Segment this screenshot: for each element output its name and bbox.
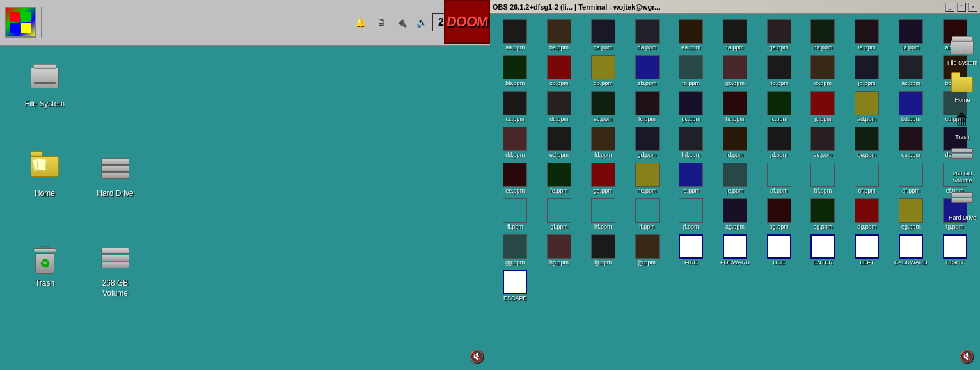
sidebar-volume[interactable]: 268 GBVolume xyxy=(947,144,977,184)
file-label: cb.ppm xyxy=(549,81,569,87)
file-item-bfppm[interactable]: bf.ppm xyxy=(802,161,844,196)
file-item-ENTER[interactable]: ENTER xyxy=(802,233,844,268)
volume-tray-icon[interactable]: 🔊 xyxy=(415,15,430,30)
desktop-icon-harddrive[interactable]: Hard Drive xyxy=(83,149,147,238)
file-item-dfppm[interactable]: df.ppm xyxy=(890,161,933,196)
file-item-edppm[interactable]: ed.ppm xyxy=(538,125,581,160)
window-titlebar: OBS 26.1.2+dfsg1-2 (li... | Terminal - w… xyxy=(490,0,980,14)
file-item-gfppm[interactable]: gf.ppm xyxy=(538,197,581,232)
file-item-dbppm[interactable]: db.ppm xyxy=(581,54,624,88)
file-item-hfppm[interactable]: hf.ppm xyxy=(581,197,624,232)
file-item-icppm[interactable]: ic.ppm xyxy=(757,90,800,124)
file-item-gdppm[interactable]: gd.ppm xyxy=(626,125,668,160)
file-item-eeppm[interactable]: ee.ppm xyxy=(494,161,537,196)
file-item-ecppm[interactable]: ec.ppm xyxy=(581,90,624,124)
file-item-ceppm[interactable]: ce.ppm xyxy=(890,125,933,160)
file-item-acppm[interactable]: ac.ppm xyxy=(890,54,933,88)
file-item-hbppm[interactable]: hb.ppm xyxy=(757,54,800,88)
file-label: df.ppm xyxy=(902,188,920,195)
file-item-cfppm[interactable]: cf.ppm xyxy=(846,161,889,196)
file-item-eappm[interactable]: ea.ppm xyxy=(670,18,713,52)
file-item-jfppm[interactable]: jf.ppm xyxy=(670,197,713,232)
file-item-gappm[interactable]: ga.ppm xyxy=(757,18,800,52)
file-item-geppm[interactable]: ge.ppm xyxy=(581,161,624,196)
file-item-bgppm[interactable]: bg.ppm xyxy=(757,197,800,232)
start-button[interactable] xyxy=(5,7,36,38)
file-item-gcppm[interactable]: gc.ppm xyxy=(670,90,713,124)
file-item-iappm[interactable]: ia.ppm xyxy=(846,18,889,52)
file-item-FORWARD[interactable]: FORWARD xyxy=(714,233,757,268)
file-item-aeppm[interactable]: ae.ppm xyxy=(802,125,844,160)
file-item-FIRE[interactable]: FIRE xyxy=(670,233,713,268)
file-item-hdppm[interactable]: hd.ppm xyxy=(670,125,713,160)
file-item-ieppm[interactable]: ie.ppm xyxy=(670,161,713,196)
close-button[interactable]: × xyxy=(968,3,977,12)
mute-icon-left[interactable]: 🔇 xyxy=(470,350,484,364)
file-item-bappm[interactable]: ba.ppm xyxy=(538,18,581,52)
display-icon[interactable]: 🖥 xyxy=(374,15,389,30)
network-icon[interactable]: 🔌 xyxy=(394,15,409,30)
sidebar-harddrive[interactable]: Hard Drive xyxy=(947,188,977,221)
doom-thumbnail[interactable]: DOOM xyxy=(444,0,490,44)
file-item-LEFT[interactable]: LEFT xyxy=(846,233,889,268)
file-item-aappm[interactable]: aa.ppm xyxy=(494,18,537,52)
file-item-ffppm[interactable]: ff.ppm xyxy=(494,197,537,232)
file-item-jcppm[interactable]: jc.ppm xyxy=(802,90,844,124)
minimize-button[interactable]: _ xyxy=(945,3,954,12)
file-item-RIGHT[interactable]: RIGHT xyxy=(933,233,976,268)
file-item-ESCAPE[interactable]: ESCAPE xyxy=(494,269,537,303)
file-item-jbppm[interactable]: jb.ppm xyxy=(846,54,889,88)
file-item-egppm[interactable]: eg.ppm xyxy=(890,197,933,232)
file-item-hgppm[interactable]: hg.ppm xyxy=(538,233,581,268)
file-item-hcppm[interactable]: hc.ppm xyxy=(714,90,757,124)
mute-icon-right[interactable]: 🔇 xyxy=(960,350,974,364)
file-item-jeppm[interactable]: je.ppm xyxy=(714,161,757,196)
sidebar-trash[interactable]: 🗑 Trash xyxy=(947,108,977,141)
file-item-ibppm[interactable]: ib.ppm xyxy=(802,54,844,88)
file-item-cbppm[interactable]: cb.ppm xyxy=(538,54,581,88)
file-item-dgppm[interactable]: dg.ppm xyxy=(846,197,889,232)
file-item-idppm[interactable]: id.ppm xyxy=(714,125,757,160)
file-item-jappm[interactable]: ja.ppm xyxy=(890,18,933,52)
file-item-adppm[interactable]: ad.ppm xyxy=(846,90,889,124)
file-item-jgppm[interactable]: jg.ppm xyxy=(626,233,668,268)
file-item-afppm[interactable]: af.ppm xyxy=(757,161,800,196)
file-item-bbppm[interactable]: bb.ppm xyxy=(494,54,537,88)
desktop-icon-volume[interactable]: 268 GBVolume xyxy=(83,238,147,328)
file-item-BACKWARD[interactable]: BACKWARD xyxy=(890,233,933,268)
file-item-fcppm[interactable]: fc.ppm xyxy=(626,90,668,124)
file-label: hg.ppm xyxy=(549,260,569,266)
file-item-ifppm[interactable]: if.ppm xyxy=(626,197,668,232)
file-label: ee.ppm xyxy=(505,188,525,195)
file-item-igppm[interactable]: ig.ppm xyxy=(581,233,624,268)
sidebar-filesystem[interactable]: File System xyxy=(947,33,977,67)
file-item-gbppm[interactable]: gb.ppm xyxy=(714,54,757,88)
file-item-happm[interactable]: ha.ppm xyxy=(802,18,844,52)
file-item-USE[interactable]: USE xyxy=(757,233,800,268)
file-item-heppm[interactable]: he.ppm xyxy=(626,161,668,196)
file-item-ccppm[interactable]: cc.ppm xyxy=(494,90,537,124)
sidebar-home[interactable]: Home xyxy=(947,70,977,104)
file-item-ddppm[interactable]: dd.ppm xyxy=(494,125,537,160)
desktop-icon-filesystem[interactable]: File System xyxy=(13,59,77,149)
bell-icon[interactable]: 🔔 xyxy=(353,15,368,30)
file-item-fbppm[interactable]: fb.ppm xyxy=(670,54,713,88)
file-item-feppm[interactable]: fe.ppm xyxy=(538,161,581,196)
file-item-beppm[interactable]: be.ppm xyxy=(846,125,889,160)
file-item-cgppm[interactable]: cg.ppm xyxy=(802,197,844,232)
desktop-icon-trash[interactable]: ♻ Trash xyxy=(13,238,77,328)
desktop-icon-home[interactable]: Home xyxy=(13,149,77,238)
file-item-fappm[interactable]: fa.ppm xyxy=(714,18,757,52)
file-item-ebppm[interactable]: eb.ppm xyxy=(626,54,668,88)
file-label: FORWARD xyxy=(720,260,750,266)
file-item-agppm[interactable]: ag.ppm xyxy=(714,197,757,232)
file-item-dappm[interactable]: da.ppm xyxy=(626,18,668,52)
file-label: jb.ppm xyxy=(858,81,876,87)
maximize-button[interactable]: □ xyxy=(957,3,966,12)
file-item-fdppm[interactable]: fd.ppm xyxy=(581,125,624,160)
file-item-dcppm[interactable]: dc.ppm xyxy=(538,90,581,124)
file-item-bdppm[interactable]: bd.ppm xyxy=(890,90,933,124)
file-item-jdppm[interactable]: jd.ppm xyxy=(757,125,800,160)
file-item-cappm[interactable]: ca.ppm xyxy=(581,18,624,52)
file-item-ggppm[interactable]: gg.ppm xyxy=(494,233,537,268)
